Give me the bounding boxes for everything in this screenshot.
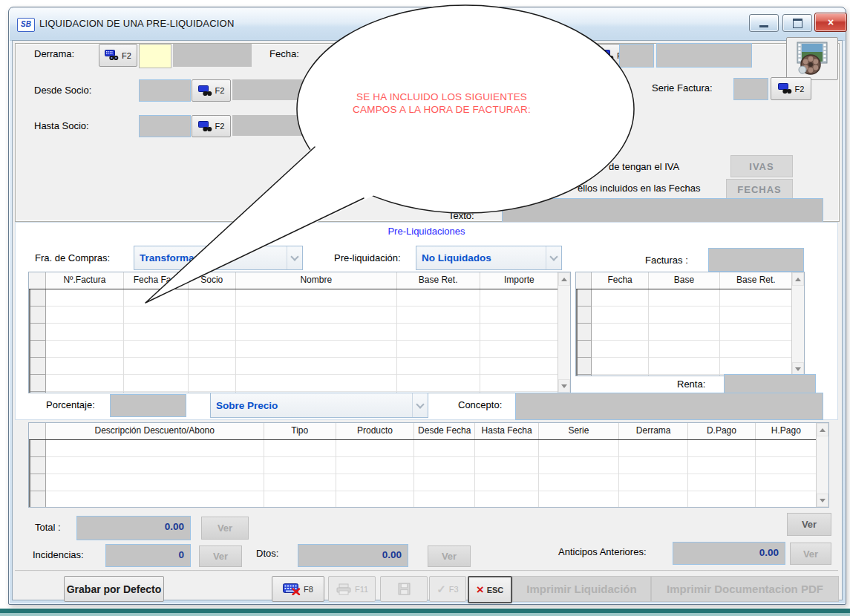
title-bar[interactable]: SB LIQUIDACION DE UNA PRE-LIQUIDACION × [10, 8, 845, 41]
table-body[interactable] [29, 440, 817, 507]
column-header[interactable]: Tipo [264, 423, 336, 439]
maximize-icon [793, 19, 802, 28]
ver-anticipos-button[interactable]: Ver [790, 543, 831, 565]
desde-socio-f2-button[interactable]: F2 [192, 79, 231, 102]
table-column [414, 440, 475, 507]
fra-compras-value: Transformar a Kilos [134, 252, 287, 263]
vertical-scrollbar[interactable] [791, 272, 804, 376]
save-button[interactable] [380, 576, 428, 602]
column-header[interactable]: Desde Fecha [414, 423, 475, 439]
hasta-socio-f2-button[interactable]: F2 [192, 115, 231, 137]
desde-socio-label: Desde Socio: [34, 85, 91, 96]
total-label: Total : [35, 522, 61, 533]
binoculars-icon [198, 121, 213, 132]
ver-right-button[interactable]: Ver [787, 513, 831, 536]
anticipos-value: 0.00 [673, 543, 785, 558]
table-column [539, 440, 619, 507]
ver-button-label: Ver [442, 551, 457, 562]
table-column [619, 440, 688, 507]
maximize-button[interactable] [782, 14, 812, 32]
iva-condition-text: de tengan el IVA [609, 161, 679, 172]
total-value: 0.00 [77, 517, 190, 532]
ver-incidencias-button[interactable]: Ver [199, 545, 242, 567]
imprimir-liquidacion-button[interactable]: Imprimir Liquidación [512, 576, 651, 602]
facturar-f8-button[interactable]: F8 [272, 576, 324, 602]
serie-factura-f2-button[interactable]: F2 [771, 77, 811, 100]
fechas-button[interactable]: FECHAS [726, 179, 793, 200]
anticipos-label: Anticipos Anteriores: [558, 546, 647, 557]
column-header[interactable]: Derrama [619, 423, 688, 439]
close-button[interactable]: × [814, 13, 847, 32]
pre-liquidacion-label: Pre-liquidación: [334, 252, 401, 263]
scroll-down-button[interactable] [558, 379, 570, 393]
column-header[interactable]: Producto [336, 423, 414, 439]
combo-dropdown-button[interactable] [546, 246, 561, 269]
confirm-f3-button[interactable]: ✓ F3 [429, 576, 466, 602]
fra-compras-combo[interactable]: Transformar a Kilos [134, 246, 303, 270]
column-header[interactable]: Fecha [592, 272, 649, 289]
print-f11-button[interactable]: F11 [328, 576, 376, 602]
sobre-precio-combo[interactable]: Sobre Precio [210, 393, 428, 418]
scroll-up-button[interactable] [817, 423, 828, 436]
vertical-scrollbar[interactable] [816, 423, 828, 507]
video-help-button[interactable] [786, 37, 838, 80]
column-header[interactable]: D.Pago [688, 423, 755, 439]
pre-liquidacion-value: No Liquidados [416, 252, 546, 263]
grabar-por-defecto-button[interactable]: Grabar por Defecto [64, 576, 164, 602]
combo-dropdown-button[interactable] [412, 393, 428, 417]
scroll-down-button[interactable] [817, 494, 828, 507]
imprimir-documentacion-pdf-button[interactable]: Imprimir Documentacion PDF [651, 576, 839, 602]
column-header[interactable]: Fecha Fac. [124, 272, 188, 289]
row-selector-header [29, 272, 46, 289]
minimize-button[interactable] [749, 14, 779, 32]
descuentos-table: Descripción Descuento/Abono Tipo Product… [28, 422, 829, 508]
table-column [688, 440, 755, 507]
vertical-scrollbar[interactable] [558, 272, 570, 393]
column-header[interactable]: Base Ret. [397, 272, 480, 289]
pre-liquidacion-combo[interactable]: No Liquidados [416, 246, 562, 270]
table-column [336, 440, 414, 507]
scroll-down-icon [561, 384, 567, 388]
derrama-f2-button[interactable]: F2 [99, 44, 137, 67]
ver-dtos-button[interactable]: Ver [428, 545, 471, 567]
table-header-row: Nº.Factura Fecha Fac. Socio Nombre Base … [29, 272, 558, 289]
f3-key-label: F3 [449, 585, 459, 594]
table-body[interactable] [29, 289, 558, 393]
scroll-down-icon [795, 367, 801, 371]
row-selector-header [29, 423, 46, 439]
column-header[interactable]: Importe [480, 272, 558, 289]
column-header[interactable]: H.Pago [756, 423, 817, 439]
total-field: 0.00 [76, 516, 191, 540]
row-selector-column [29, 440, 46, 507]
combo-dropdown-button[interactable] [287, 246, 302, 269]
column-header[interactable]: Nombre [236, 272, 396, 289]
incidencias-field: 0 [105, 544, 191, 567]
keyboard-cancel-icon [283, 583, 301, 595]
hasta-socio-code-field [139, 115, 191, 137]
column-header[interactable]: Socio [189, 272, 237, 289]
dtos-label: Dtos: [256, 548, 278, 559]
ver-total-button[interactable]: Ver [201, 517, 249, 540]
column-header[interactable]: Base Ret. [720, 272, 792, 289]
column-header[interactable]: Descripción Descuento/Abono [46, 423, 264, 439]
table-column [756, 440, 817, 507]
table-column [649, 289, 719, 376]
scroll-up-button[interactable] [792, 272, 804, 286]
close-icon: × [828, 16, 834, 28]
f2-key-label: F2 [795, 85, 805, 94]
column-header[interactable]: Hasta Fecha [475, 423, 538, 439]
section-title: Pre-Liquidaciones [15, 226, 838, 237]
table-body[interactable] [576, 289, 792, 376]
scroll-up-button[interactable] [558, 272, 570, 286]
column-header[interactable]: Serie [539, 423, 619, 439]
ivas-button[interactable]: IVAS [730, 155, 793, 177]
column-header[interactable]: Nº.Factura [46, 272, 124, 289]
derrama-label: Derrama: [34, 48, 74, 59]
escape-button[interactable]: × ESC [468, 576, 512, 603]
column-header[interactable]: Base [649, 272, 719, 289]
screenshot-root: SB LIQUIDACION DE UNA PRE-LIQUIDACION × … [0, 0, 850, 616]
esc-key-label: ESC [487, 586, 504, 594]
derrama-code-input[interactable] [139, 44, 171, 68]
f8-key-label: F8 [304, 585, 313, 594]
table-column [46, 289, 124, 393]
